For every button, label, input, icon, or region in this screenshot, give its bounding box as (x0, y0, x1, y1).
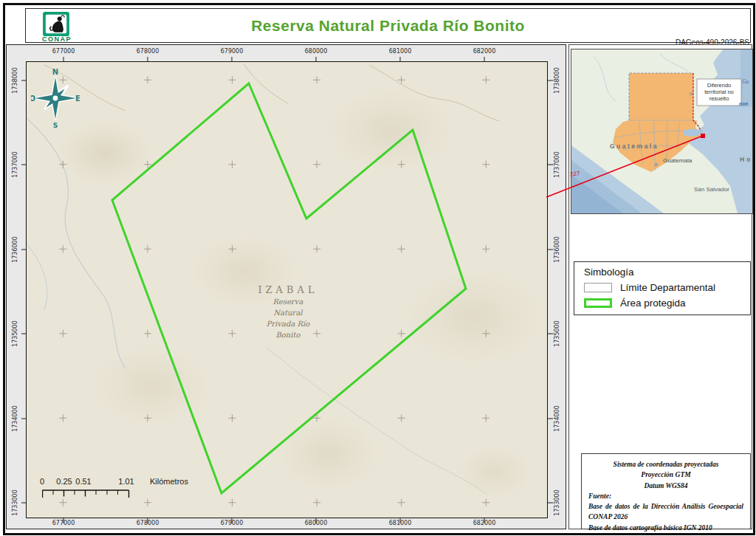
reserve-label-line: Natural (273, 309, 302, 317)
departmental-boundary-swatch (584, 283, 612, 292)
compass-icon: N S E O (31, 66, 80, 129)
legend-title: Simbología (584, 267, 634, 278)
compass-n-label: N (52, 68, 58, 76)
x-axis-label: 678000 (129, 520, 166, 526)
x-axis-label: 681000 (382, 48, 419, 55)
x-axis-label: 682000 (466, 520, 503, 526)
inset-san-salvador-label: San Salvador (694, 186, 729, 193)
scale-bar: 0 0.25 0.51 1.01 Kilómetros (38, 477, 207, 502)
x-axis-label: 680000 (298, 520, 334, 526)
side-panel: Diferendo territorial no resuelto Guatem… (568, 44, 752, 529)
source-line: Base de datos de la Dirección Análisis G… (588, 501, 743, 523)
y-axis-label: 1733000 (12, 487, 19, 519)
x-axis-label: 677000 (45, 520, 82, 526)
x-axis-label: 682000 (466, 48, 503, 55)
legend-item-label: Límite Departamental (620, 282, 715, 293)
inset-city-dot (655, 163, 659, 167)
territorial-note-line: resuelto (709, 95, 729, 102)
x-axis-label: 679000 (213, 48, 250, 55)
crs-line: Proyección GTM (588, 470, 743, 480)
reserve-location-dot (701, 134, 705, 138)
inset-city-label: Guatemala (663, 157, 693, 164)
department-label: IZABAL (258, 284, 317, 295)
y-axis-label: 1738000 (554, 64, 561, 97)
map-canvas: N S E O IZABAL Reserva Natural Privada R… (26, 61, 548, 518)
scalebar-value: 0.51 (75, 477, 91, 486)
y-axis-label: 1735000 (12, 317, 19, 350)
inset-belize-label: B (689, 92, 694, 96)
source-line: Base de datos cartografía básica IGN 201… (588, 523, 743, 533)
leader-line-ref: 227 (570, 170, 580, 177)
crs-line: Datum WGS84 (588, 481, 743, 491)
legend-box: Simbología Límite Departamental Área pro… (574, 261, 751, 315)
x-axis-label: 677000 (45, 48, 82, 55)
inset-locator-map: Diferendo territorial no resuelto Guatem… (571, 49, 753, 214)
territorial-note-line: Diferendo (707, 82, 732, 89)
map-panel: N S E O IZABAL Reserva Natural Privada R… (6, 44, 566, 529)
fuente-label: Fuente: (588, 491, 743, 501)
reserve-label-line: Reserva (273, 298, 303, 306)
scalebar-value: 1.01 (118, 477, 134, 486)
x-axis-label: 681000 (382, 520, 419, 526)
compass-s-label: S (53, 122, 58, 129)
y-axis-label: 1735000 (554, 317, 561, 350)
page-title: Reserva Natural Privada Río Bonito (26, 9, 750, 42)
reserve-label-line: Bonito (275, 331, 300, 339)
y-axis-label: 1736000 (12, 233, 19, 266)
credits-box: Sistema de coordenadas proyectadas Proye… (581, 453, 751, 529)
y-axis-label: 1733000 (554, 487, 561, 519)
x-axis-label: 679000 (213, 520, 250, 526)
y-axis-label: 1736000 (554, 233, 561, 266)
inset-sea-label: non (739, 100, 748, 107)
y-axis-label: 1734000 (554, 402, 561, 435)
compass-rose: N S E O (31, 66, 80, 129)
y-axis-label: 1737000 (554, 148, 561, 181)
legend-item-label: Área protegida (620, 298, 686, 309)
inset-country-label: Guatemala (610, 142, 659, 150)
y-axis-label: 1738000 (12, 64, 19, 97)
protected-area-swatch (584, 298, 612, 308)
reserve-label-line: Privada Río (267, 320, 310, 328)
x-axis-label: 678000 (129, 48, 166, 55)
compass-o-label: O (31, 95, 35, 103)
header-bar: CONAP Reserva Natural Privada Río Bonito (25, 8, 751, 43)
inset-sea-label: Gu (742, 78, 749, 85)
x-axis-label: 680000 (298, 48, 334, 55)
map-document: CONAP Reserva Natural Privada Río Bonito… (0, 0, 756, 536)
scalebar-value: 0 (40, 477, 44, 486)
inset-map-graphic: Diferendo territorial no resuelto Guatem… (571, 49, 752, 213)
scalebar-unit: Kilómetros (150, 477, 188, 486)
scalebar-ticks (42, 489, 138, 500)
y-axis-label: 1734000 (12, 402, 19, 435)
territorial-note-line: territorial no (704, 89, 734, 95)
scalebar-value: 0.25 (56, 477, 72, 486)
compass-e-label: E (75, 95, 80, 103)
inset-honduras-label: Ho (740, 156, 752, 163)
y-axis-label: 1737000 (12, 148, 19, 181)
crs-line: Sistema de coordenadas proyectadas (588, 459, 743, 470)
